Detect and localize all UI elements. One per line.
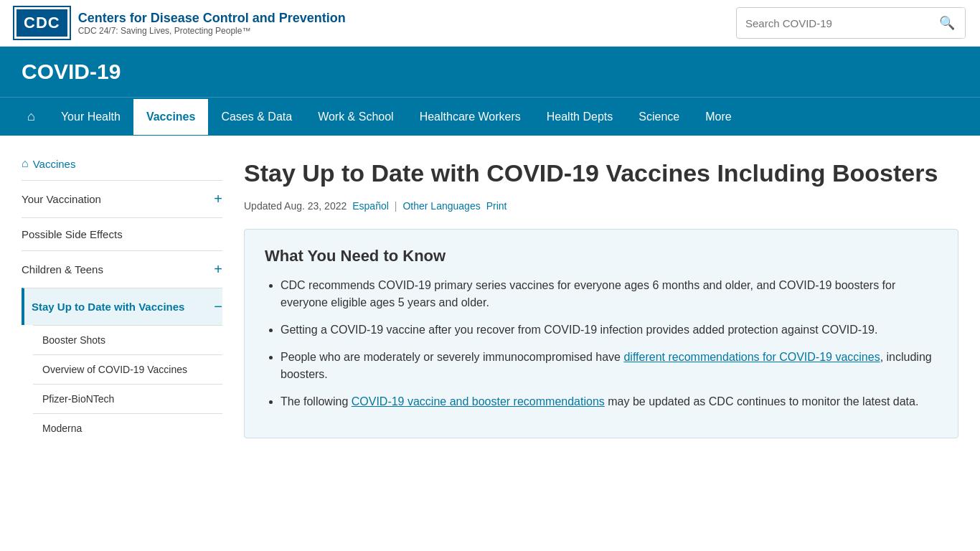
content-area: ⌂ Vaccines Your Vaccination + Possible S… <box>0 136 980 457</box>
bullet-text-4: The following <box>281 395 352 408</box>
meta-separator: | <box>395 200 397 212</box>
sidebar: ⌂ Vaccines Your Vaccination + Possible S… <box>22 150 222 443</box>
nav-home[interactable]: ⌂ <box>14 98 48 136</box>
list-item: The following COVID-19 vaccine and boost… <box>281 393 938 410</box>
sidebar-item-label: Stay Up to Date with Vaccines <box>32 301 184 313</box>
home-icon: ⌂ <box>27 109 35 124</box>
bullet-text-2: Getting a COVID-19 vaccine after you rec… <box>281 324 877 336</box>
search-box: 🔍 <box>736 7 966 39</box>
info-box-list: CDC recommends COVID-19 primary series v… <box>265 277 938 410</box>
list-item: People who are moderately or severely im… <box>281 349 938 383</box>
sidebar-item-label: Children & Teens <box>22 263 103 276</box>
sidebar-sub-label: Booster Shots <box>42 334 105 346</box>
other-languages-link[interactable]: Other Languages <box>402 200 480 212</box>
search-input[interactable] <box>737 10 929 37</box>
org-name: Centers for Disease Control and Preventi… <box>78 11 346 26</box>
page-title: Stay Up to Date with COVID-19 Vaccines I… <box>244 157 958 189</box>
tagline: CDC 24/7: Saving Lives, Protecting Peopl… <box>78 26 346 36</box>
main-content: Stay Up to Date with COVID-19 Vaccines I… <box>244 150 958 443</box>
sidebar-item-stay-up-to-date[interactable]: Stay Up to Date with Vaccines − <box>22 288 222 325</box>
sidebar-item-label: Possible Side Effects <box>22 228 123 240</box>
covid-banner: COVID-19 <box>0 47 980 97</box>
sidebar-item-label: Your Vaccination <box>22 193 101 205</box>
minus-icon: − <box>214 298 222 315</box>
sidebar-home-link[interactable]: ⌂ Vaccines <box>22 150 222 180</box>
link-different-recommendations[interactable]: different recommendations for COVID-19 v… <box>623 351 880 363</box>
covid-banner-title: COVID-19 <box>22 60 958 84</box>
sidebar-item-your-vaccination[interactable]: Your Vaccination + <box>22 180 222 217</box>
link-booster-recommendations[interactable]: COVID-19 vaccine and booster recommendat… <box>352 395 605 408</box>
sidebar-home-label: Vaccines <box>33 158 76 170</box>
nav-more[interactable]: More <box>692 99 744 135</box>
bullet-text-4b: may be updated as CDC continues to monit… <box>605 395 919 408</box>
nav-health-depts[interactable]: Health Depts <box>534 99 626 135</box>
nav-science[interactable]: Science <box>626 99 692 135</box>
search-button[interactable]: 🔍 <box>929 8 965 38</box>
espanol-link[interactable]: Español <box>352 200 389 212</box>
sidebar-sub-label: Overview of COVID-19 Vaccines <box>42 364 187 375</box>
sidebar-item-side-effects[interactable]: Possible Side Effects <box>22 217 222 250</box>
logo-text: Centers for Disease Control and Preventi… <box>78 11 346 36</box>
plus-icon: + <box>214 261 222 278</box>
updated-date: Updated Aug. 23, 2022 <box>244 200 347 212</box>
meta-line: Updated Aug. 23, 2022 Español | Other La… <box>244 200 958 212</box>
bullet-text-1: CDC recommends COVID-19 primary series v… <box>281 279 895 309</box>
nav-vaccines[interactable]: Vaccines <box>133 99 209 135</box>
list-item: Getting a COVID-19 vaccine after you rec… <box>281 321 938 339</box>
sidebar-sub-moderna[interactable]: Moderna <box>33 413 222 443</box>
list-item: CDC recommends COVID-19 primary series v… <box>281 277 938 311</box>
plus-icon: + <box>214 191 222 207</box>
sidebar-item-children-teens[interactable]: Children & Teens + <box>22 250 222 288</box>
nav-healthcare-workers[interactable]: Healthcare Workers <box>407 99 534 135</box>
bullet-text-3: People who are moderately or severely im… <box>281 351 623 363</box>
nav-work-school[interactable]: Work & School <box>305 99 407 135</box>
sidebar-sub-overview[interactable]: Overview of COVID-19 Vaccines <box>33 354 222 384</box>
nav-your-health[interactable]: Your Health <box>48 99 133 135</box>
sidebar-sub-items: Booster Shots Overview of COVID-19 Vacci… <box>22 325 222 443</box>
nav-cases-data[interactable]: Cases & Data <box>208 99 305 135</box>
sidebar-sub-label: Pfizer-BioNTech <box>42 393 114 405</box>
info-box-heading: What You Need to Know <box>265 247 938 265</box>
main-nav: ⌂ Your Health Vaccines Cases & Data Work… <box>0 97 980 136</box>
print-link[interactable]: Print <box>486 200 507 212</box>
sidebar-sub-pfizer[interactable]: Pfizer-BioNTech <box>33 384 222 413</box>
info-box: What You Need to Know CDC recommends COV… <box>244 229 958 438</box>
logo-area: CDC Centers for Disease Control and Prev… <box>14 7 346 39</box>
cdc-logo: CDC <box>14 7 70 39</box>
top-bar: CDC Centers for Disease Control and Prev… <box>0 0 980 47</box>
sidebar-sub-booster[interactable]: Booster Shots <box>33 325 222 354</box>
sidebar-home-icon: ⌂ <box>22 157 29 170</box>
sidebar-sub-label: Moderna <box>42 423 82 434</box>
